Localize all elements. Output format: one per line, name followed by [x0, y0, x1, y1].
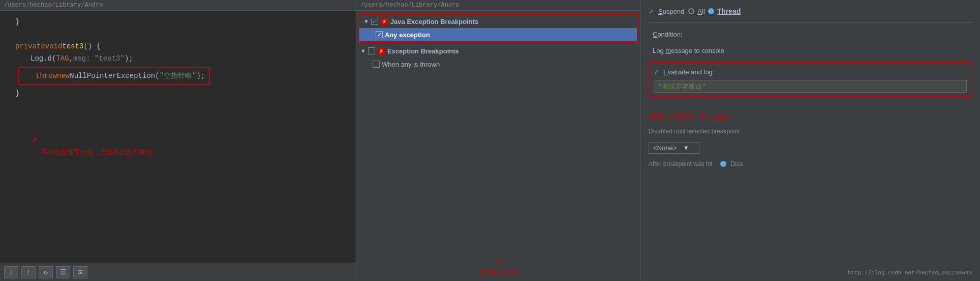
- radio-group-suspend: All Thread: [688, 7, 741, 15]
- bp-annotation-container: ↑ 选中断点类型: [356, 252, 640, 281]
- expand-arrow: ▼: [363, 18, 369, 24]
- bp-when-checkbox[interactable]: [373, 61, 380, 68]
- none-dropdown[interactable]: <None> ▼: [649, 142, 699, 154]
- condition-label: Condition:: [653, 31, 683, 38]
- thread-label: Thread: [717, 7, 741, 15]
- suspend-row: ✓ Suspend All Thread: [649, 5, 972, 17]
- code-line: Log.d( TAG , msg: "test3" );: [10, 52, 356, 65]
- bp-label: Java Exception Breakpoints: [390, 18, 478, 25]
- code-editor-panel: /users/hechao/Library/Andro } private vo…: [0, 0, 356, 281]
- bp-java-exception-group: ▼ ✓ Java Exception Breakpoints ✓ Any exc…: [358, 14, 638, 42]
- url-text: http://blog.csdn.net/hechao_492240640: [848, 270, 972, 276]
- toolbar-btn-3[interactable]: ↻: [39, 266, 53, 278]
- code-function: test3: [62, 41, 83, 52]
- code-text: );: [125, 53, 133, 64]
- bp-arrow-up: ↑: [356, 256, 640, 268]
- after-bp-label: After breakpoint was hit: [649, 160, 712, 167]
- disa-label: Disa: [730, 160, 743, 167]
- code-text: ,: [69, 53, 73, 64]
- toolbar-btn-1[interactable]: ↓: [4, 266, 18, 278]
- code-line: }: [10, 16, 356, 28]
- code-text: );: [196, 70, 205, 81]
- code-keyword: void: [45, 41, 63, 52]
- bp-list: ▼ ✓ Java Exception Breakpoints ✓ Any exc…: [356, 11, 640, 252]
- bp-exception-header[interactable]: ▼ Exception Breakpoints: [356, 44, 640, 58]
- radio-all[interactable]: [688, 8, 694, 14]
- code-content: } private void test3 () { Log.d( TAG , m…: [0, 11, 356, 104]
- log-message-row: Log message to console: [649, 44, 972, 57]
- all-label: All: [697, 8, 705, 15]
- code-line: private void test3 () {: [10, 40, 356, 52]
- watermark: http://blog.csdn.net/hechao_492240640: [649, 268, 972, 276]
- radio-thread[interactable]: [708, 8, 714, 14]
- expand-arrow2: ▼: [360, 48, 366, 54]
- condition-row: Condition:: [649, 28, 972, 40]
- code-text: NullPointerException(: [70, 70, 159, 81]
- code-keyword: new: [57, 70, 70, 81]
- bp-icon2: [377, 47, 385, 55]
- evaluate-input[interactable]: [654, 80, 967, 93]
- code-line: throw new NullPointerException( "空指针略" )…: [23, 70, 205, 82]
- red-highlighted-code: throw new NullPointerException( "空指针略" )…: [18, 67, 210, 85]
- bp-any-checkbox[interactable]: ✓: [376, 31, 383, 38]
- code-text: () {: [83, 41, 101, 52]
- bp-when-any[interactable]: When any is thrown: [356, 58, 640, 71]
- toolbar-btn-4[interactable]: ☰: [56, 266, 70, 278]
- bp-when-label: When any is thrown: [382, 61, 440, 68]
- evaluate-label: Evaluate and log:: [663, 68, 714, 76]
- after-bp-radio[interactable]: [720, 161, 726, 167]
- throw-line-container: throw new NullPointerException( "空指针略" )…: [18, 67, 356, 85]
- bp-java-exception-header[interactable]: ▼ ✓ Java Exception Breakpoints: [359, 15, 637, 28]
- settings-panel: ✓ Suspend All Thread Condition: Log mess…: [640, 0, 980, 281]
- code-text: Log.d(: [30, 53, 56, 64]
- bp-icon: [380, 17, 388, 25]
- code-annotation-text: 手动设置异常代码，无需在此处打断点: [41, 148, 153, 157]
- breakpoints-panel: /users/hechao/Library/Andro ▼ ✓ Java Exc…: [356, 0, 640, 281]
- path-bar: /users/hechao/Library/Andro: [0, 0, 356, 11]
- none-option: <None>: [653, 144, 677, 152]
- log-label: Log message to console: [653, 47, 724, 54]
- bp-any-exception[interactable]: ✓ Any exception: [359, 28, 637, 41]
- suspend-checkbox[interactable]: ✓: [649, 8, 654, 15]
- bp-exception-checkbox[interactable]: [368, 47, 375, 54]
- toolbar-btn-5[interactable]: ⊡: [73, 266, 87, 278]
- code-text: }: [15, 16, 19, 27]
- bp-annotation-text: 选中断点类型: [356, 268, 640, 277]
- code-keyword: private: [15, 41, 45, 52]
- suspend-label: Suspend: [658, 8, 684, 15]
- bp-any-label: Any exception: [385, 31, 430, 39]
- bp-path-bar: /users/hechao/Library/Andro: [356, 0, 640, 11]
- evaluate-annotation-container: ↑ 设置执行断点时，输入日志: [649, 102, 972, 121]
- code-string: "空指针略": [160, 70, 197, 81]
- code-comment: msg: "test3": [73, 53, 125, 64]
- toolbar-btn-2[interactable]: ↑: [21, 266, 36, 278]
- dropdown-arrow: ▼: [683, 144, 689, 152]
- eval-arrow: ↑: [649, 102, 972, 112]
- bp-exception-label: Exception Breakpoints: [387, 47, 459, 55]
- divider1: [649, 22, 972, 23]
- bp-checkbox[interactable]: ✓: [371, 18, 378, 25]
- eval-annotation-text: 设置执行断点时，输入日志: [649, 112, 972, 121]
- evaluate-checkbox[interactable]: ✓: [654, 68, 659, 76]
- code-keyword: throw: [36, 70, 57, 81]
- code-variable: TAG: [56, 53, 69, 64]
- evaluate-box: ✓ Evaluate and log:: [649, 62, 972, 97]
- none-dropdown-row: <None> ▼: [649, 142, 972, 154]
- code-toolbar: ↓ ↑ ↻ ☰ ⊡: [0, 263, 356, 281]
- code-text: }: [15, 88, 19, 99]
- code-line: [10, 28, 356, 40]
- code-line: }: [10, 87, 356, 99]
- after-breakpoint-row: After breakpoint was hit Disa: [649, 158, 972, 170]
- annotation-arrow: ↗: [30, 132, 37, 146]
- evaluate-header-row: ✓ Evaluate and log:: [654, 66, 967, 78]
- disabled-until-row: Disabled until selected breakpoint: [649, 125, 972, 137]
- disabled-until-label: Disabled until selected breakpoint: [649, 128, 740, 135]
